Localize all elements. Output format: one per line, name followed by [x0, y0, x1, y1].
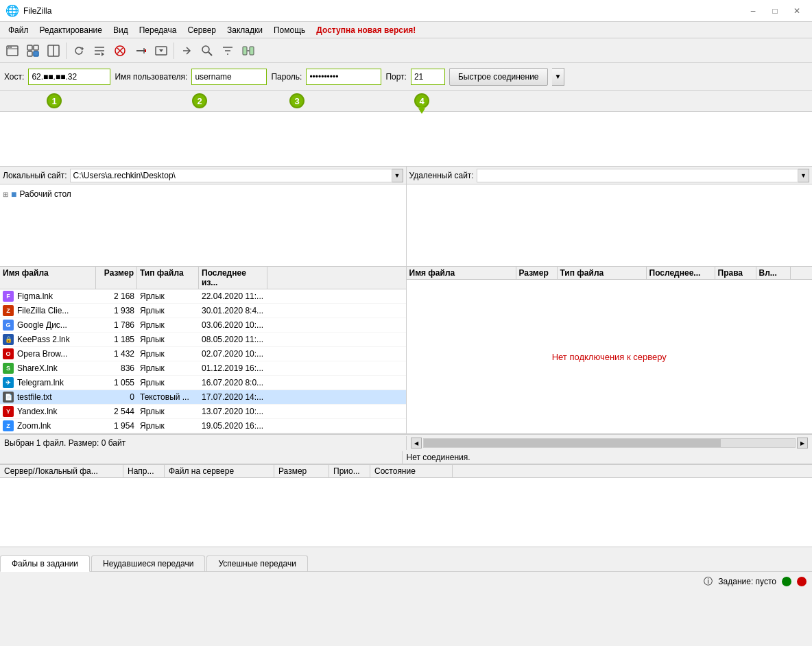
remote-col-date[interactable]: Последнее...	[647, 267, 715, 279]
local-file-row[interactable]: 🔒 KeePass 2.lnk 1 185 Ярлык 08.05.2020 1…	[0, 333, 406, 347]
tab-successful-transfers[interactable]: Успешные передачи	[206, 555, 308, 571]
disconnect-button[interactable]	[131, 41, 150, 60]
menu-server[interactable]: Сервер	[182, 24, 222, 36]
hscroll-right[interactable]: ▶	[797, 438, 808, 448]
remote-col-perm[interactable]: Права	[715, 267, 756, 279]
close-button[interactable]: ✕	[787, 4, 807, 18]
maximize-button[interactable]: □	[765, 4, 785, 18]
tree-item-desktop[interactable]: ⊞ ■ Рабочий стол	[3, 187, 403, 201]
local-file-list[interactable]: F Figma.lnk 2 168 Ярлык 22.04.2020 11:..…	[0, 289, 406, 433]
annotation-3: 3	[289, 93, 304, 108]
local-file-row[interactable]: Y Yandex.lnk 2 544 Ярлык 13.07.2020 10:.…	[0, 405, 406, 419]
quickconnect-dropdown-button[interactable]: ▼	[552, 68, 565, 86]
status-circle-green	[782, 577, 791, 586]
refresh-button[interactable]	[69, 41, 88, 60]
toggle-panel-button[interactable]	[44, 41, 63, 60]
host-input[interactable]	[28, 69, 110, 85]
file-size-cell: 2 544	[96, 406, 137, 417]
menu-help[interactable]: Помощь	[268, 24, 311, 36]
title-bar-controls: – □ ✕	[743, 4, 807, 18]
toolbar	[0, 38, 812, 63]
hscroll-track[interactable]	[423, 438, 796, 448]
local-path-input[interactable]	[70, 169, 392, 182]
file-date-cell: 19.05.2020 16:...	[199, 420, 267, 431]
status-row: Выбран 1 файл. Размер: 0 байт ◀ ▶	[0, 434, 812, 451]
queue-dropdown-button[interactable]	[152, 41, 171, 60]
menu-update[interactable]: Доступна новая версия!	[311, 24, 421, 36]
menu-edit[interactable]: Редактирование	[34, 24, 108, 36]
file-date-cell: 16.07.2020 8:0...	[199, 377, 267, 388]
menu-view[interactable]: Вид	[108, 24, 134, 36]
menu-file[interactable]: Файл	[3, 24, 34, 36]
transfer-col-prio[interactable]: Прио...	[329, 465, 370, 477]
remote-path-dropdown[interactable]: ▼	[798, 169, 809, 182]
remote-hscroll-bar[interactable]: ◀ ▶	[411, 437, 809, 449]
local-col-type[interactable]: Тип файла	[137, 267, 199, 289]
tab-files-in-queue[interactable]: Файлы в задании	[0, 555, 90, 572]
file-type-cell: Ярлык	[137, 320, 199, 331]
quickconnect-bar: Хост: Имя пользователя: Пароль: Порт: Бы…	[0, 63, 812, 91]
file-name-cell: 🔒 KeePass 2.lnk	[0, 333, 96, 346]
remote-col-type[interactable]: Тип файла	[558, 267, 647, 279]
remote-path-input[interactable]	[477, 169, 798, 182]
transfer-col-server-file[interactable]: Файл на сервере	[165, 465, 274, 477]
transfer-col-server-local[interactable]: Сервер/Локальный фа...	[0, 465, 123, 477]
annotation-2: 2	[192, 93, 207, 108]
menu-bookmarks[interactable]: Закладки	[222, 24, 268, 36]
file-type-cell: Ярлык	[137, 291, 199, 302]
tree-expand-icon: ⊞	[3, 191, 8, 198]
file-type-cell: Ярлык	[137, 406, 199, 417]
tab-failed-transfers[interactable]: Неудавшиеся передачи	[91, 555, 205, 571]
password-input[interactable]	[306, 69, 381, 85]
transfer-col-direction[interactable]: Напр...	[123, 465, 165, 477]
local-path-dropdown[interactable]: ▼	[392, 169, 403, 182]
file-name-cell: G Google Дис...	[0, 319, 96, 331]
cancel-button[interactable]	[110, 41, 130, 60]
remote-col-size[interactable]: Размер	[516, 267, 558, 279]
sync-button[interactable]	[177, 41, 196, 60]
server-dropdown-button[interactable]	[3, 41, 22, 60]
search-button[interactable]	[198, 41, 217, 60]
local-file-row[interactable]: 📄 testfile.txt 0 Текстовый ... 17.07.202…	[0, 390, 406, 405]
remote-file-list-container: Имя файла Размер Тип файла Последнее... …	[407, 267, 813, 433]
app-title: FileZilla	[23, 6, 51, 16]
remote-col-name[interactable]: Имя файла	[407, 267, 516, 279]
local-file-row[interactable]: O Opera Brow... 1 432 Ярлык 02.07.2020 1…	[0, 347, 406, 361]
file-date-cell: 30.01.2020 8:4...	[199, 305, 267, 316]
remote-col-owner[interactable]: Вл...	[756, 267, 791, 279]
folder-icon: ■	[11, 189, 16, 200]
transfer-col-size[interactable]: Размер	[274, 465, 329, 477]
svg-rect-21	[250, 47, 254, 55]
transfer-col-status[interactable]: Состояние	[370, 465, 453, 477]
local-file-row[interactable]: S ShareX.lnk 836 Ярлык 01.12.2019 16:...	[0, 361, 406, 376]
toolbar-sep-1	[66, 43, 67, 59]
local-panel-header: Локальный сайт: ▼	[0, 167, 406, 184]
file-date-cell: 03.06.2020 10:...	[199, 320, 267, 331]
local-file-row[interactable]: Z FileZilla Clie... 1 938 Ярлык 30.01.20…	[0, 304, 406, 318]
local-col-date[interactable]: Последнее из...	[199, 267, 267, 289]
svg-point-2	[10, 47, 12, 48]
file-size-cell: 0	[96, 392, 137, 403]
minimize-button[interactable]: –	[743, 4, 763, 18]
local-file-row[interactable]: Z Zoom.lnk 1 954 Ярлык 19.05.2020 16:...	[0, 419, 406, 433]
hscroll-left[interactable]: ◀	[411, 438, 422, 448]
status-right: ⓘ Задание: пусто	[704, 575, 807, 588]
bottom-tabs: Файлы в задании Неудавшиеся передачи Усп…	[0, 547, 812, 571]
local-col-name[interactable]: Имя файла	[0, 267, 96, 289]
quickconnect-button[interactable]: Быстрое соединение	[449, 68, 548, 86]
local-file-row[interactable]: ✈ Telegram.lnk 1 055 Ярлык 16.07.2020 8:…	[0, 376, 406, 390]
directory-compare-button[interactable]	[239, 41, 258, 60]
filter-toggle-button[interactable]	[218, 41, 237, 60]
process-queue-button[interactable]	[90, 41, 109, 60]
svg-rect-6	[34, 51, 38, 56]
menu-transfer[interactable]: Передача	[134, 24, 182, 36]
local-file-row[interactable]: G Google Дис... 1 786 Ярлык 03.06.2020 1…	[0, 318, 406, 333]
port-input[interactable]	[411, 69, 445, 85]
no-connection-text: Нет подключения к серверу	[552, 352, 667, 362]
sites-manager-button[interactable]	[23, 41, 43, 60]
username-input[interactable]	[191, 69, 267, 85]
password-label: Пароль:	[271, 72, 302, 82]
file-size-cell: 1 786	[96, 320, 137, 331]
local-col-size[interactable]: Размер	[96, 267, 137, 289]
local-file-row[interactable]: F Figma.lnk 2 168 Ярлык 22.04.2020 11:..…	[0, 289, 406, 304]
